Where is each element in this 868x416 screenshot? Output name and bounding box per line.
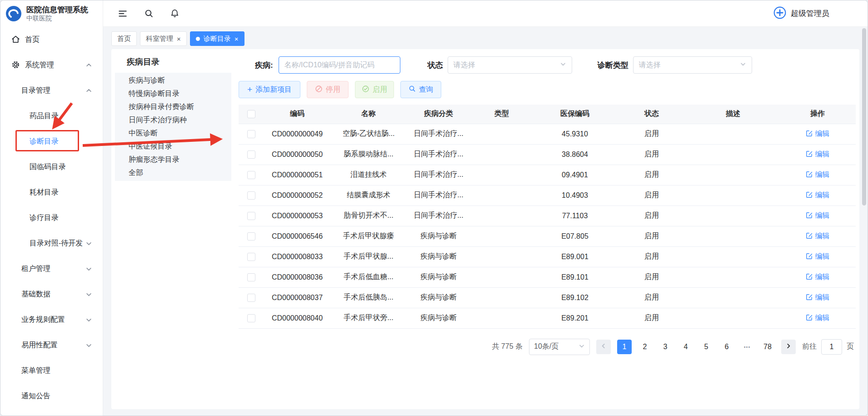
cell-description <box>687 144 779 165</box>
page-number-button[interactable]: 1 <box>617 340 632 354</box>
cell-description <box>687 124 779 144</box>
bell-icon[interactable] <box>170 9 180 18</box>
sidebar-item-consumables-catalog[interactable]: 耗材目录 <box>0 180 103 205</box>
cell-description <box>687 246 779 267</box>
page-size-select[interactable]: 10条/页 <box>529 339 590 355</box>
edit-link[interactable]: 编辑 <box>806 211 830 221</box>
cell-type <box>470 205 533 226</box>
page-number-button[interactable]: ••• <box>740 340 754 354</box>
tree-item[interactable]: 中医诊断 <box>115 127 231 140</box>
row-checkbox[interactable] <box>247 212 255 220</box>
status-select[interactable]: 请选择 <box>448 56 572 74</box>
tab-home[interactable]: 首页 <box>111 31 137 46</box>
sidebar-item-business-rules[interactable]: 业务规则配置 <box>0 307 103 332</box>
sidebar-item-usability-config[interactable]: 易用性配置 <box>0 332 103 358</box>
page-number-button[interactable]: 78 <box>760 340 775 354</box>
edit-link[interactable]: 编辑 <box>806 252 830 261</box>
tree-item[interactable]: 特慢病诊断目录 <box>115 87 231 100</box>
user-area[interactable]: 超级管理员 <box>773 6 829 21</box>
edit-link[interactable]: 编辑 <box>806 170 830 180</box>
edit-link[interactable]: 编辑 <box>806 313 830 323</box>
sidebar-item-national-code-catalog[interactable]: 国临码目录 <box>0 154 103 180</box>
row-checkbox[interactable] <box>247 130 255 138</box>
sidebar-item-tenant-mgmt[interactable]: 租户管理 <box>0 256 103 281</box>
query-label: 查询 <box>419 85 434 95</box>
disease-catalog-panel: 疾病目录 疾病与诊断 特慢病诊断目录 按病种目录付费诊断 <box>115 53 231 406</box>
edit-link[interactable]: 编辑 <box>806 293 830 302</box>
diagnosis-type-select[interactable]: 请选择 <box>633 56 752 74</box>
sidebar-item-notices[interactable]: 通知公告 <box>0 383 103 409</box>
next-page-button[interactable] <box>781 340 796 354</box>
row-checkbox[interactable] <box>247 191 255 200</box>
sidebar-item-drug-catalog[interactable]: 药品目录 <box>0 103 103 129</box>
row-checkbox[interactable] <box>247 314 255 322</box>
enable-button[interactable]: 启用 <box>355 81 394 98</box>
page-size-value: 10条/页 <box>534 342 559 351</box>
row-checkbox[interactable] <box>247 253 255 261</box>
tree-item[interactable]: 中医证候目录 <box>115 140 231 153</box>
close-icon[interactable]: × <box>234 35 239 42</box>
cell-category: 日间手术治疗... <box>407 124 470 144</box>
tree-item[interactable]: 疾病与诊断 <box>115 74 231 87</box>
tree-item[interactable]: 日间手术治疗病种 <box>115 114 231 127</box>
tree-item[interactable]: 按病种目录付费诊断 <box>115 100 231 114</box>
sidebar-item-system-mgmt[interactable]: 系统管理 <box>0 52 103 78</box>
page-number-button[interactable]: 6 <box>719 340 734 354</box>
cell-code: CD0000000053 <box>264 205 330 226</box>
cell-type <box>470 246 533 267</box>
sidebar-item-label: 系统管理 <box>25 60 54 70</box>
disease-search-input[interactable] <box>279 56 400 74</box>
vertical-scrollbar[interactable] <box>862 28 866 205</box>
search-icon[interactable] <box>144 9 154 18</box>
sidebar-item-menu-mgmt[interactable]: 菜单管理 <box>0 358 103 383</box>
row-checkbox[interactable] <box>247 232 255 241</box>
sidebar-item-catalog-compare[interactable]: 目录对照-待开发 <box>0 231 103 256</box>
cell-name: 肋骨切开术不... <box>330 205 407 226</box>
edit-link[interactable]: 编辑 <box>806 231 830 241</box>
cell-name: 手术后甲状腺... <box>330 246 407 267</box>
cell-type <box>470 144 533 165</box>
row-checkbox[interactable] <box>247 150 255 159</box>
cell-status: 启用 <box>617 124 687 144</box>
edit-icon <box>806 211 813 221</box>
disable-button[interactable]: 停用 <box>307 81 349 98</box>
sidebar-item-diagnosis-catalog[interactable]: 诊断目录 <box>0 129 103 154</box>
collapse-menu-icon[interactable] <box>118 9 128 19</box>
edit-link[interactable]: 编辑 <box>806 150 830 159</box>
disease-catalog-list: 疾病与诊断 特慢病诊断目录 按病种目录付费诊断 日间手术治疗病种 <box>115 73 231 181</box>
sidebar-item-label: 诊断目录 <box>30 137 59 146</box>
edit-link[interactable]: 编辑 <box>806 272 830 282</box>
close-icon[interactable]: × <box>177 35 181 42</box>
prev-page-button[interactable] <box>596 340 611 354</box>
sidebar-item-treatment-catalog[interactable]: 诊疗目录 <box>0 205 103 231</box>
cell-name: 手术后低胰岛... <box>330 287 407 308</box>
add-item-button[interactable]: + 添加新项目 <box>239 81 300 98</box>
tab-department-mgmt[interactable]: 科室管理 × <box>140 31 187 46</box>
toolbar: + 添加新项目 停用 启用 查询 <box>239 81 856 98</box>
row-checkbox[interactable] <box>247 171 255 179</box>
page-number-button[interactable]: 2 <box>638 340 652 354</box>
sidebar-item-label: 通知公告 <box>21 391 50 401</box>
tree-item-label: 按病种目录付费诊断 <box>129 102 194 112</box>
sidebar-item-catalog-mgmt[interactable]: 目录管理 <box>0 78 103 103</box>
goto-page-input[interactable] <box>821 339 842 355</box>
tab-bar: 首页 科室管理 × 诊断目录 × <box>103 27 868 47</box>
tab-label: 科室管理 <box>146 35 173 43</box>
tree-item[interactable]: 全部 <box>115 166 231 180</box>
tree-item[interactable]: 肿瘤形态学目录 <box>115 153 231 166</box>
edit-link[interactable]: 编辑 <box>806 129 830 139</box>
page-number-button[interactable]: 4 <box>678 340 693 354</box>
cell-code: CD0000008037 <box>264 287 330 308</box>
page-number-button[interactable]: 5 <box>699 340 713 354</box>
select-all-checkbox[interactable] <box>247 110 255 118</box>
column-header: 名称 <box>330 105 407 124</box>
cell-status: 启用 <box>617 165 687 185</box>
edit-link[interactable]: 编辑 <box>806 190 830 200</box>
sidebar-item-home[interactable]: 首页 <box>0 27 103 52</box>
sidebar-item-basic-data[interactable]: 基础数据 <box>0 281 103 307</box>
row-checkbox[interactable] <box>247 273 255 281</box>
query-button[interactable]: 查询 <box>400 81 441 98</box>
row-checkbox[interactable] <box>247 294 255 302</box>
page-number-button[interactable]: 3 <box>658 340 673 354</box>
tab-diagnosis-catalog[interactable]: 诊断目录 × <box>190 31 244 46</box>
